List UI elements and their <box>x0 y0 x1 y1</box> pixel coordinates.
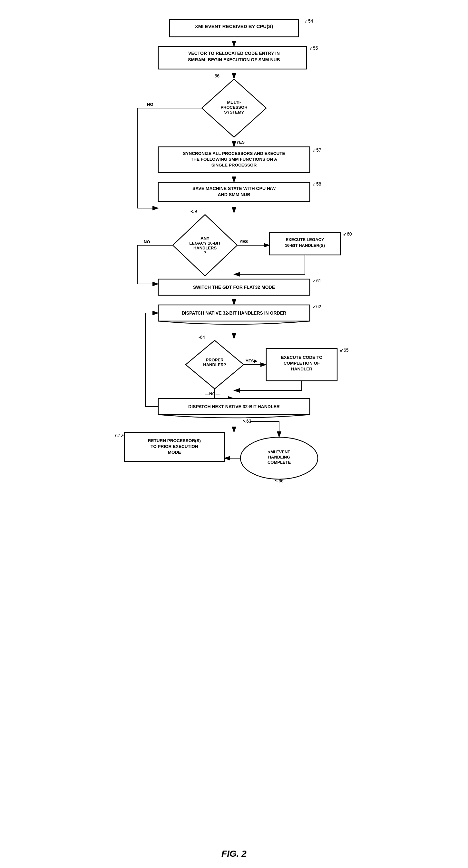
yes-label-59: YES <box>239 239 248 244</box>
node-66-ref: ↖66 <box>275 478 283 484</box>
node-54-ref: ↙54 <box>304 19 313 24</box>
node-57: SYNCRONIZE ALL PROCESSORS AND EXECUTE TH… <box>158 147 321 173</box>
node-58: SAVE MACHINE STATE WITH CPU H/W AND SMM … <box>158 181 321 202</box>
node-59-line3: HANDLERS <box>193 246 217 250</box>
node-57-ref: ↙57 <box>312 148 321 153</box>
node-55: VECTOR TO RELOCATED CODE ENTRY IN SMRAM;… <box>158 45 318 69</box>
node-63-ref: ↖63 <box>242 418 252 424</box>
node-65-line1: EXECUTE CODE TO <box>281 355 323 360</box>
node-55-ref: ↙55 <box>309 45 318 51</box>
node-54: XMI EVENT RECEIVED BY CPU(S) ↙54 <box>170 19 313 37</box>
node-65-line3: HANDLER <box>291 367 312 371</box>
flowchart-svg: XMI EVENT RECEIVED BY CPU(S) ↙54 VECTOR … <box>95 13 373 839</box>
node-56-line1: MULTI- <box>227 100 241 105</box>
figure-title: FIG. 2 <box>222 849 246 859</box>
flowchart: XMI EVENT RECEIVED BY CPU(S) ↙54 VECTOR … <box>89 13 379 839</box>
node-67-line1: RETURN PROCESSOR(S) <box>148 438 201 443</box>
no-label-59: NO <box>144 240 150 244</box>
node-57-line3: SINGLE PROCESSOR <box>211 163 257 167</box>
node-62: DISPATCH NATIVE 32-BIT HANDLERS IN ORDER… <box>158 304 321 324</box>
node-66-line1: xMI EVENT <box>268 450 291 454</box>
node-56: MULTI- PROCESSOR SYSTEM? -56 <box>202 73 266 137</box>
node-60-line2: 16-BIT HANDLER(S) <box>285 243 325 248</box>
node-64: PROPER HANDLER? -64 <box>186 335 244 389</box>
node-56-ref: -56 <box>213 73 220 79</box>
node-65-line2: COMPLETION OF <box>283 361 320 366</box>
node-61-ref: ↙61 <box>312 278 321 283</box>
node-59-line1: ANY <box>200 236 209 241</box>
node-63: DISPATCH NEXT NATIVE 32-BIT HANDLER ↖63 <box>158 399 310 424</box>
node-62-label: DISPATCH NATIVE 32-BIT HANDLERS IN ORDER <box>182 310 286 316</box>
node-60: EXECUTE LEGACY 16-BIT HANDLER(S) ↙60 <box>269 231 352 255</box>
node-59-ref: -59 <box>191 209 197 214</box>
node-60-line1: EXECUTE LEGACY <box>286 237 324 242</box>
node-63-label: DISPATCH NEXT NATIVE 32-BIT HANDLER <box>188 404 280 409</box>
node-58-ref: ↙58 <box>312 181 321 187</box>
no-label-56: NO <box>147 102 154 107</box>
node-55-line1: VECTOR TO RELOCATED CODE ENTRY IN <box>188 51 280 56</box>
node-56-line2: PROCESSOR <box>221 105 247 110</box>
node-58-line2: AND SMM NUB <box>218 192 250 197</box>
node-59-line2: LEGACY 16-BIT <box>189 241 221 246</box>
node-64-ref: -64 <box>199 335 205 340</box>
node-67-ref: 67↗ <box>115 433 124 438</box>
node-64-line2: HANDLER? <box>203 362 226 367</box>
node-57-line1: SYNCRONIZE ALL PROCESSORS AND EXECUTE <box>183 151 285 156</box>
node-58-line1: SAVE MACHINE STATE WITH CPU H/W <box>193 186 276 191</box>
node-61-label: SWITCH THE GDT FOR FLAT32 MODE <box>193 285 275 290</box>
node-54-label: XMI EVENT RECEIVED BY CPU(S) <box>195 24 273 29</box>
node-56-line3: SYSTEM? <box>224 110 244 115</box>
yes-label-64: YES▶ <box>245 359 258 363</box>
node-61: SWITCH THE GDT FOR FLAT32 MODE ↙61 <box>158 278 321 295</box>
node-55-line2: SMRAM; BEGIN EXECUTION OF SMM NUB <box>188 57 280 62</box>
node-66-line2: HANDLING <box>268 455 291 460</box>
node-60-ref: ↙60 <box>343 231 352 237</box>
node-57-line2: THE FOLLOWING SMM FUNCTIONS ON A <box>191 157 277 162</box>
node-62-ref: ↙62 <box>312 304 321 309</box>
node-67: RETURN PROCESSOR(S) TO PRIOR EXECUTION M… <box>115 432 224 461</box>
node-66-line3: COMPLETE <box>268 460 291 465</box>
node-64-line1: PROPER <box>206 358 224 362</box>
node-66: xMI EVENT HANDLING COMPLETE ↖66 <box>240 437 318 484</box>
node-67-line2: TO PRIOR EXECUTION <box>151 444 198 449</box>
node-59-line4: ? <box>204 250 206 255</box>
node-67-line3: MODE <box>168 450 181 455</box>
node-65-ref: ↙65 <box>340 347 349 353</box>
node-59: ANY LEGACY 16-BIT HANDLERS ? -59 <box>173 209 237 276</box>
node-65: EXECUTE CODE TO COMPLETION OF HANDLER ↙6… <box>266 347 349 381</box>
no-label-64: —NO— <box>205 392 220 396</box>
yes-label-56: YES <box>236 140 245 145</box>
